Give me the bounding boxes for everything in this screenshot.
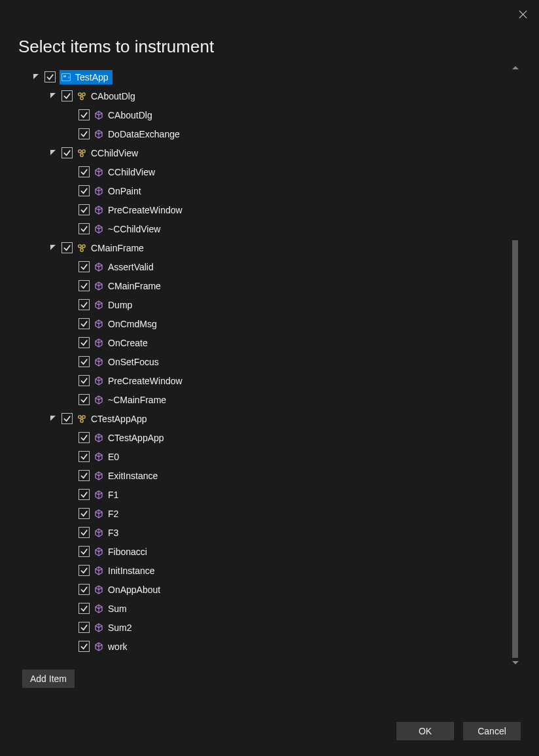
expander-icon[interactable]	[50, 415, 58, 423]
scrollbar[interactable]	[510, 65, 521, 666]
scroll-thumb[interactable]	[512, 240, 518, 658]
tree-row[interactable]: PreCreateWindow	[33, 371, 508, 390]
tree-item-label: Dump	[108, 300, 132, 310]
tree-row[interactable]: F3	[33, 523, 508, 542]
tree-row[interactable]: Dump	[33, 295, 508, 314]
expander-icon[interactable]	[33, 73, 41, 81]
expander-icon[interactable]	[50, 92, 58, 100]
tree-row[interactable]: F1	[33, 485, 508, 504]
tree-item-label: ~CChildView	[108, 224, 160, 234]
tree-row[interactable]: ExitInstance	[33, 466, 508, 485]
checkbox[interactable]	[61, 147, 73, 158]
checkbox[interactable]	[78, 603, 90, 614]
expander-icon[interactable]	[50, 244, 58, 252]
checkbox[interactable]	[78, 489, 90, 500]
checkbox[interactable]	[78, 299, 90, 310]
method-icon	[94, 357, 104, 367]
checkbox[interactable]	[78, 527, 90, 538]
tree-item-label: AssertValid	[108, 262, 154, 272]
tree-item-label: InitInstance	[108, 566, 155, 576]
checkbox[interactable]	[61, 413, 73, 424]
checkbox[interactable]	[78, 109, 90, 120]
tree-item-label: CTestAppApp	[91, 414, 147, 424]
tree-row[interactable]: CTestAppApp	[33, 409, 508, 428]
checkbox[interactable]	[78, 375, 90, 386]
tree-row[interactable]: OnPaint	[33, 181, 508, 200]
checkbox[interactable]	[78, 280, 90, 291]
checkbox[interactable]	[78, 356, 90, 367]
add-item-button[interactable]: Add Item	[22, 670, 75, 688]
tree-row[interactable]: E0	[33, 447, 508, 466]
tree-row[interactable]: CAboutDlg	[33, 105, 508, 124]
checkbox[interactable]	[78, 508, 90, 519]
checkbox[interactable]	[78, 318, 90, 329]
tree-row[interactable]: OnAppAbout	[33, 580, 508, 599]
checkbox[interactable]	[78, 432, 90, 443]
tree-row[interactable]: Sum2	[33, 618, 508, 637]
tree-row[interactable]: AssertValid	[33, 257, 508, 276]
checkbox[interactable]	[78, 185, 90, 196]
svg-point-20	[80, 419, 83, 422]
tree-row[interactable]: CChildView	[33, 162, 508, 181]
svg-line-12	[82, 152, 83, 154]
checkbox[interactable]	[78, 584, 90, 595]
tree-row[interactable]: DoDataExchange	[33, 124, 508, 143]
ok-button[interactable]: OK	[396, 722, 454, 740]
checkbox[interactable]	[78, 128, 90, 139]
checkbox[interactable]	[44, 71, 56, 82]
close-icon[interactable]	[518, 9, 529, 20]
scroll-down-icon[interactable]	[512, 661, 519, 664]
cancel-button[interactable]: Cancel	[463, 722, 521, 740]
checkbox[interactable]	[78, 451, 90, 462]
checkbox[interactable]	[78, 470, 90, 481]
tree-view[interactable]: +TestAppCAboutDlgCAboutDlgDoDataExchange…	[33, 65, 508, 666]
project-icon: +	[61, 72, 71, 82]
checkbox[interactable]	[78, 546, 90, 557]
tree-row[interactable]: ~CMainFrame	[33, 390, 508, 409]
method-icon	[94, 224, 104, 234]
class-icon	[77, 414, 87, 424]
checkbox[interactable]	[78, 223, 90, 234]
tree-row[interactable]: CChildView	[33, 143, 508, 162]
svg-line-16	[81, 247, 82, 249]
tree-row[interactable]: Fibonacci	[33, 542, 508, 561]
checkbox[interactable]	[61, 90, 73, 101]
tree-item-label: OnCreate	[108, 338, 148, 348]
svg-point-10	[80, 153, 83, 156]
tree-row[interactable]: +TestApp	[33, 67, 508, 86]
tree-row[interactable]: OnCmdMsg	[33, 314, 508, 333]
tree-item-label: OnAppAbout	[108, 585, 160, 595]
tree-row[interactable]: ~CChildView	[33, 219, 508, 238]
checkbox[interactable]	[78, 641, 90, 652]
tree-row[interactable]: F2	[33, 504, 508, 523]
checkbox[interactable]	[78, 337, 90, 348]
tree-row[interactable]: InitInstance	[33, 561, 508, 580]
checkbox[interactable]	[78, 622, 90, 633]
expander-icon[interactable]	[50, 149, 58, 157]
method-icon	[94, 547, 104, 557]
tree-row[interactable]: work	[33, 637, 508, 656]
checkbox[interactable]	[78, 565, 90, 576]
scroll-up-icon[interactable]	[512, 66, 519, 69]
tree-row[interactable]: CAboutDlg	[33, 86, 508, 105]
checkbox[interactable]	[78, 261, 90, 272]
tree-item-label: DoDataExchange	[108, 129, 180, 139]
svg-line-21	[81, 418, 82, 420]
tree-row[interactable]: PreCreateWindow	[33, 200, 508, 219]
tree-row[interactable]: CMainFrame	[33, 276, 508, 295]
checkbox[interactable]	[78, 166, 90, 177]
svg-point-5	[80, 96, 83, 99]
checkbox[interactable]	[78, 394, 90, 405]
selection-highlight: +TestApp	[60, 70, 113, 84]
tree-row[interactable]: CMainFrame	[33, 238, 508, 257]
tree-item-label: CChildView	[108, 167, 155, 177]
tree-row[interactable]: OnSetFocus	[33, 352, 508, 371]
checkbox[interactable]	[61, 242, 73, 253]
checkbox[interactable]	[78, 204, 90, 215]
tree-row[interactable]: CTestAppApp	[33, 428, 508, 447]
tree-row[interactable]: OnCreate	[33, 333, 508, 352]
tree-item-label: OnCmdMsg	[108, 319, 157, 329]
method-icon	[94, 110, 104, 120]
tree-item-label: CMainFrame	[108, 281, 161, 291]
tree-row[interactable]: Sum	[33, 599, 508, 618]
